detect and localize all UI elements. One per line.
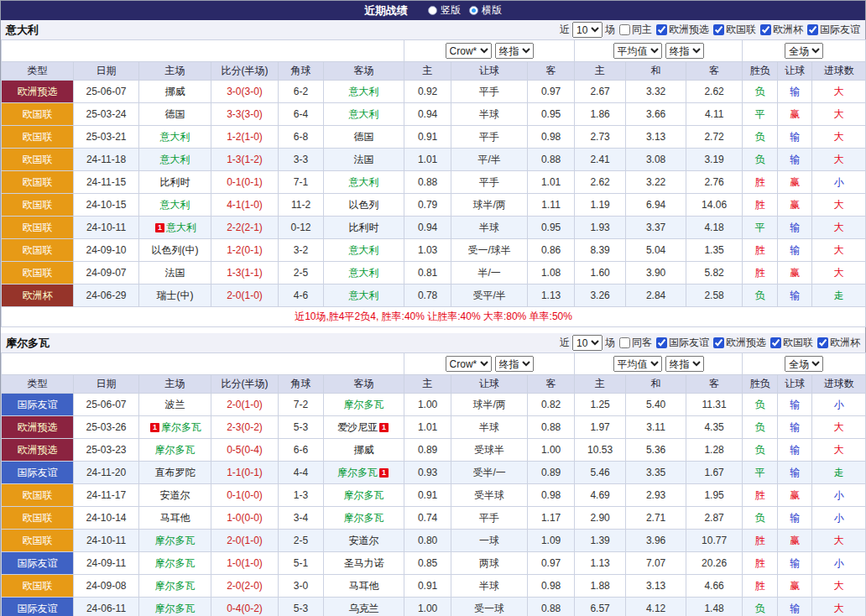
competition-filter[interactable]: 国际友谊: [807, 23, 860, 37]
home-team: 以色列(中): [139, 239, 211, 262]
win-lose-result: 负: [743, 507, 778, 530]
average-final-select[interactable]: 终指: [665, 356, 704, 372]
goals-result: 小: [812, 394, 866, 416]
team-name: 安道尔: [349, 535, 379, 546]
scope-select[interactable]: 全场: [785, 356, 823, 372]
column-header: 让球: [778, 62, 812, 81]
win-lose-result: 胜: [743, 530, 778, 552]
competition-filter[interactable]: 国际友谊: [656, 336, 709, 350]
same-venue-filter[interactable]: 同客: [619, 336, 652, 350]
europe-home-odds: 1.86: [575, 103, 626, 126]
team-name: 意大利: [349, 176, 379, 188]
asia-handicap: 平手: [451, 171, 528, 194]
competition-checkbox[interactable]: [713, 337, 724, 348]
europe-draw-odds: 2.84: [626, 285, 686, 307]
same-venue-filter[interactable]: 同主: [619, 23, 652, 37]
column-header: 客场: [324, 375, 404, 394]
win-lose-result: 负: [743, 598, 778, 616]
match-date: 25-03-26: [74, 416, 139, 439]
competition-checkbox[interactable]: [770, 337, 781, 348]
home-team: 摩尔多瓦: [139, 552, 211, 575]
asia-handicap: 平/半: [451, 149, 528, 171]
match-date: 25-03-23: [74, 439, 139, 462]
match-type-badge: 欧国联: [2, 103, 74, 126]
match-count-select[interactable]: 10: [572, 22, 603, 38]
competition-filter[interactable]: 欧洲预选: [713, 336, 766, 350]
europe-draw-odds: 2.93: [626, 484, 686, 507]
europe-home-odds: 1.25: [575, 394, 626, 416]
europe-away-odds: 14.06: [686, 194, 743, 217]
competition-label: 欧洲杯: [773, 23, 803, 37]
corner-score: 2-5: [279, 530, 324, 552]
team-name: 马耳他: [160, 512, 190, 524]
odds-final-select[interactable]: 终指: [495, 43, 534, 59]
layout-radio-horizontal[interactable]: 横版: [469, 3, 502, 18]
handicap-result: 赢: [778, 103, 812, 126]
filter-bar: 近10场同客国际友谊欧洲预选欧国联欧洲杯: [560, 335, 860, 351]
same-venue-checkbox[interactable]: [619, 24, 630, 35]
average-select[interactable]: 平均值: [613, 356, 662, 372]
asia-away-odds: 0.88: [528, 149, 575, 171]
table-row: 欧国联25-03-24德国3-3(3-0)6-4意大利0.94半球0.951.8…: [2, 103, 866, 126]
match-count-select[interactable]: 10: [572, 335, 603, 351]
home-team: 1摩尔多瓦: [139, 416, 211, 439]
win-lose-result: 胜: [743, 239, 778, 262]
odds-final-select[interactable]: 终指: [495, 356, 534, 372]
layout-radio-vertical[interactable]: 竖版: [428, 3, 461, 18]
handicap-result: 赢: [778, 530, 812, 552]
topbar: 近期战绩 竖版横版: [1, 1, 865, 20]
home-team: 直布罗陀: [139, 462, 211, 484]
average-final-select[interactable]: 终指: [665, 43, 704, 59]
competition-checkbox[interactable]: [656, 24, 667, 35]
team-name: 圣马力诺: [344, 557, 384, 569]
results-table: Crow*终指平均值终指全场类型日期主场比分(半场)角球客场主让球客主和客胜负让…: [1, 39, 866, 327]
near-label: 近: [560, 336, 570, 350]
europe-draw-odds: 3.13: [626, 126, 686, 149]
match-date: 24-09-11: [74, 552, 139, 575]
average-select[interactable]: 平均值: [613, 43, 662, 59]
match-date: 24-10-15: [74, 194, 139, 217]
match-type-badge: 欧国联: [2, 507, 74, 530]
asia-odds-selects: Crow*终指: [404, 353, 575, 375]
match-type-badge: 欧洲杯: [2, 285, 74, 307]
europe-home-odds: 1.97: [575, 416, 626, 439]
same-venue-checkbox[interactable]: [619, 337, 630, 348]
odds-source-select[interactable]: Crow*: [446, 43, 492, 59]
match-score: 2-0(1-0): [211, 530, 279, 552]
competition-filter[interactable]: 欧洲杯: [760, 23, 803, 37]
table-row: 欧国联25-03-21意大利1-2(1-0)6-8德国0.91平手0.982.7…: [2, 126, 866, 149]
handicap-result: 赢: [778, 484, 812, 507]
competition-filter[interactable]: 欧国联: [770, 336, 813, 350]
europe-draw-odds: 2.71: [626, 507, 686, 530]
competition-checkbox[interactable]: [656, 337, 667, 348]
goals-result: 走: [812, 285, 866, 307]
competition-filter[interactable]: 欧洲杯: [817, 336, 860, 350]
corner-score: 6-8: [279, 126, 324, 149]
europe-draw-odds: 5.36: [626, 439, 686, 462]
competition-label: 欧洲杯: [830, 336, 860, 350]
scope-select[interactable]: 全场: [785, 43, 823, 59]
competition-checkbox[interactable]: [713, 24, 724, 35]
column-header: 进球数: [812, 62, 866, 81]
match-score: 1-1(0-1): [211, 462, 279, 484]
competition-checkbox[interactable]: [807, 24, 818, 35]
handicap-result: 输: [778, 81, 812, 103]
goals-result: 大: [812, 598, 866, 616]
competition-filter[interactable]: 欧国联: [713, 23, 756, 37]
match-date: 24-10-11: [74, 217, 139, 239]
europe-home-odds: 4.69: [575, 484, 626, 507]
team-name: 摩尔多瓦: [344, 399, 384, 410]
asia-away-odds: 1.00: [528, 439, 575, 462]
team-name: 摩尔多瓦: [155, 603, 196, 614]
europe-draw-odds: 3.08: [626, 149, 686, 171]
asia-home-odds: 0.79: [404, 194, 451, 217]
competition-filter[interactable]: 欧洲预选: [656, 23, 709, 37]
competition-checkbox[interactable]: [817, 337, 828, 348]
europe-draw-odds: 7.07: [626, 552, 686, 575]
team-name: 波兰: [165, 399, 185, 410]
asia-handicap: 半球: [451, 217, 528, 239]
europe-home-odds: 1.19: [575, 194, 626, 217]
competition-checkbox[interactable]: [760, 24, 771, 35]
odds-source-select[interactable]: Crow*: [446, 356, 492, 372]
match-score: 0-1(0-1): [211, 171, 279, 194]
